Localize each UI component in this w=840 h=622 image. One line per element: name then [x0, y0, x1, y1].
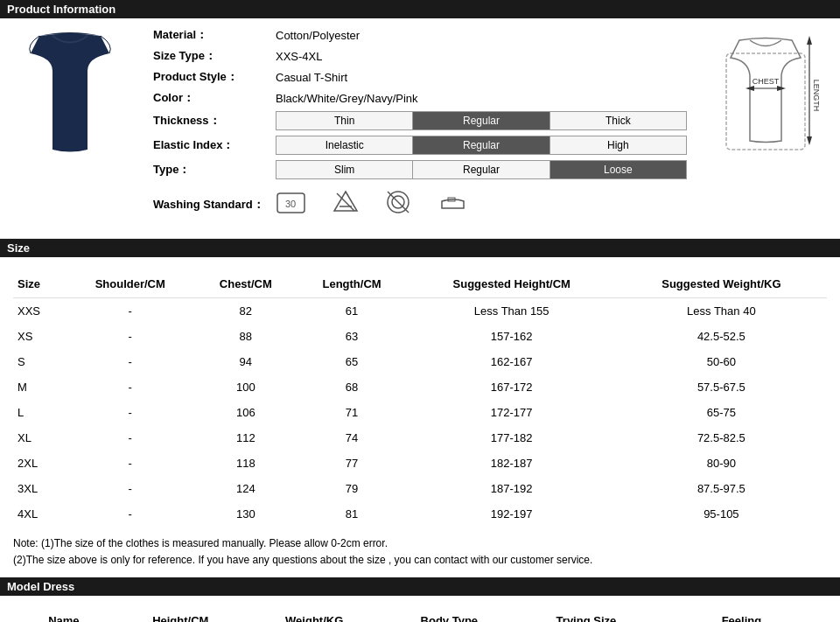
table-cell: 77	[296, 451, 407, 476]
table-cell: 95-105	[616, 501, 827, 527]
table-cell: 124	[195, 476, 296, 501]
table-cell: -	[65, 374, 195, 400]
product-info-section: Material： Cotton/Polyester Size Type： XX…	[0, 18, 840, 239]
table-cell: 4XL	[13, 501, 65, 527]
elastic-label: Elastic Index：	[153, 137, 276, 153]
table-cell: 81	[296, 501, 407, 527]
table-cell: 112	[195, 425, 296, 451]
product-style-value: Casual T-Shirt	[276, 71, 347, 84]
table-row: 2XL-11877182-18780-90	[13, 451, 827, 476]
thickness-thin[interactable]: Thin	[276, 112, 413, 129]
table-cell: M	[13, 374, 65, 400]
table-row: XXS-8261Less Than 155Less Than 40	[13, 298, 827, 325]
table-cell: 94	[195, 349, 296, 374]
table-cell: Less Than 40	[616, 298, 827, 325]
model-col-body: Body Type	[382, 609, 516, 622]
elastic-regular[interactable]: Regular	[413, 136, 550, 154]
size-type-label: Size Type：	[153, 48, 276, 64]
model-col-feeling: Feeling	[656, 609, 827, 622]
table-cell: 3XL	[13, 476, 65, 501]
table-row: XL-11274177-18272.5-82.5	[13, 425, 827, 451]
table-cell: 42.5-52.5	[616, 324, 827, 349]
product-info-header: Product Information	[0, 0, 840, 18]
thickness-regular[interactable]: Regular	[413, 112, 550, 129]
product-style-row: Product Style： Casual T-Shirt	[153, 69, 687, 85]
product-style-label: Product Style：	[153, 69, 276, 85]
table-cell: 63	[296, 324, 407, 349]
table-cell: 82	[195, 298, 296, 325]
table-row: XS-8863157-16242.5-52.5	[13, 324, 827, 349]
table-cell: 157-162	[408, 324, 616, 349]
table-cell: -	[65, 400, 195, 425]
table-cell: 182-187	[408, 451, 616, 476]
svg-text:CHEST: CHEST	[752, 77, 780, 86]
table-row: S-9465162-16750-60	[13, 349, 827, 374]
no-bleach-icon	[332, 189, 359, 220]
type-loose[interactable]: Loose	[550, 161, 686, 178]
material-label: Material：	[153, 27, 276, 43]
table-cell: 71	[296, 400, 407, 425]
table-cell: 80-90	[616, 451, 827, 476]
color-row: Color： Black/White/Grey/Navy/Pink	[153, 90, 687, 106]
product-image	[13, 27, 127, 167]
size-table-header-row: Size Shoulder/CM Chest/CM Length/CM Sugg…	[13, 270, 827, 298]
table-cell: 72.5-82.5	[616, 425, 827, 451]
table-cell: -	[65, 476, 195, 501]
table-cell: -	[65, 324, 195, 349]
elastic-toggle-group[interactable]: Inelastic Regular High	[276, 136, 687, 155]
table-cell: 65	[296, 349, 407, 374]
table-cell: L	[13, 400, 65, 425]
material-row: Material： Cotton/Polyester	[153, 27, 687, 43]
washing-row: Washing Standard： 30	[153, 185, 687, 224]
product-diagram: LENGTH CHEST	[704, 27, 827, 170]
type-row: Type： Slim Regular Loose	[153, 160, 687, 179]
type-regular[interactable]: Regular	[413, 161, 550, 178]
thickness-label: Thickness：	[153, 113, 276, 129]
thickness-toggle-group[interactable]: Thin Regular Thick	[276, 111, 687, 130]
elastic-row: Elastic Index： Inelastic Regular High	[153, 136, 687, 155]
table-cell: XXS	[13, 298, 65, 325]
table-cell: 167-172	[408, 374, 616, 400]
elastic-inelastic[interactable]: Inelastic	[276, 136, 413, 154]
size-note: Note: (1)The size of the clothes is meas…	[13, 535, 827, 569]
table-cell: 74	[296, 425, 407, 451]
model-header-row: Name Height/CM Weight/KG Body Type Tryin…	[13, 609, 827, 622]
note-line2: (2)The size above is only for reference.…	[13, 552, 827, 569]
model-col-name: Name	[13, 609, 115, 622]
model-col-height: Height/CM	[115, 609, 247, 622]
size-type-value: XXS-4XL	[276, 50, 322, 63]
model-col-weight: Weight/KG	[247, 609, 382, 622]
type-toggle-group[interactable]: Slim Regular Loose	[276, 160, 687, 179]
table-row: 3XL-12479187-19287.5-97.5	[13, 476, 827, 501]
table-row: 4XL-13081192-19795-105	[13, 501, 827, 527]
table-cell: 61	[296, 298, 407, 325]
table-cell: 192-197	[408, 501, 616, 527]
table-cell: 68	[296, 374, 407, 400]
type-slim[interactable]: Slim	[276, 161, 413, 178]
table-cell: 177-182	[408, 425, 616, 451]
table-row: L-10671172-17765-75	[13, 400, 827, 425]
no-tumble-icon	[385, 189, 411, 220]
thickness-thick[interactable]: Thick	[550, 112, 686, 129]
table-cell: 88	[195, 324, 296, 349]
size-type-row: Size Type： XXS-4XL	[153, 48, 687, 64]
svg-text:30: 30	[285, 199, 296, 209]
col-length: Length/CM	[296, 270, 407, 298]
color-label: Color：	[153, 90, 276, 106]
table-cell: 130	[195, 501, 296, 527]
table-cell: XL	[13, 425, 65, 451]
col-height: Suggested Height/CM	[408, 270, 616, 298]
table-cell: 79	[296, 476, 407, 501]
model-dress-header: Model Dress	[0, 577, 840, 596]
table-cell: -	[65, 501, 195, 527]
table-cell: -	[65, 451, 195, 476]
table-cell: XS	[13, 324, 65, 349]
model-table: Name Height/CM Weight/KG Body Type Tryin…	[13, 609, 827, 622]
table-cell: 187-192	[408, 476, 616, 501]
table-cell: -	[65, 349, 195, 374]
table-row: M-10068167-17257.5-67.5	[13, 374, 827, 400]
elastic-high[interactable]: High	[550, 136, 686, 154]
washing-label: Washing Standard：	[153, 197, 276, 213]
svg-rect-9	[726, 53, 805, 150]
table-cell: 2XL	[13, 451, 65, 476]
